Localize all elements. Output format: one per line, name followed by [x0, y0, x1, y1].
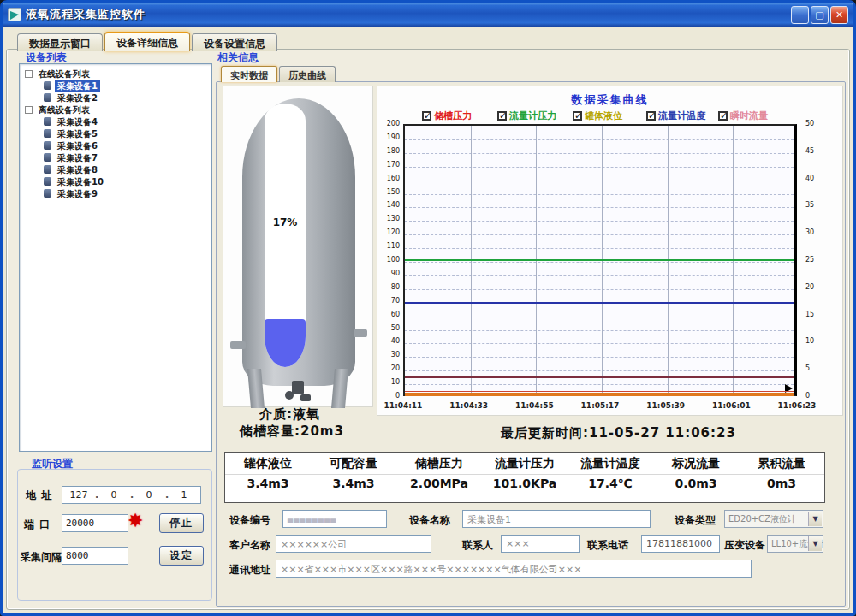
legend-item: 流量计压力 — [497, 110, 556, 122]
tree-item[interactable]: 采集设备5 — [21, 127, 210, 139]
y-axis-right-tick: 25 — [805, 256, 828, 264]
y-axis-left-tick: 170 — [377, 161, 400, 169]
tree-item-label: 采集设备8 — [55, 164, 100, 175]
tree-item-label: 采集设备5 — [55, 128, 100, 139]
device-icon — [44, 117, 51, 126]
y-axis-right-tick: 50 — [805, 120, 828, 127]
gridline-h — [405, 248, 794, 249]
main-tab-active[interactable]: 设备详细信息 — [104, 32, 190, 51]
ip-segment-4[interactable]: 1 — [168, 489, 200, 500]
tree-item[interactable]: 在线设备列表 — [21, 68, 210, 80]
phone-input[interactable]: 17811881000 — [641, 535, 720, 553]
table-header-cell: 流量计温度 — [568, 453, 653, 475]
table-value-cell: 0.0m3 — [653, 475, 739, 500]
tree-item-label: 采集设备1 — [55, 80, 100, 92]
contact-label: 联系人 — [462, 538, 493, 553]
gridline-h — [405, 343, 794, 344]
y-axis-left-tick: 120 — [377, 228, 400, 236]
device-type-select[interactable]: ED20+CZ液位计 ▼ — [724, 510, 823, 528]
y-axis-right-tick: 5 — [805, 364, 828, 372]
phone-label: 联系电话 — [587, 538, 628, 553]
chevron-down-icon[interactable]: ▼ — [808, 512, 822, 526]
tree-item[interactable]: 采集设备6 — [21, 139, 210, 151]
tree-item[interactable]: 采集设备8 — [21, 163, 210, 175]
legend-checkbox[interactable] — [422, 111, 431, 121]
ip-segment-3[interactable]: 0 — [133, 489, 165, 500]
legend-label: 罐体液位 — [585, 110, 622, 122]
legend-label: 流量计压力 — [509, 110, 556, 122]
comm-address-input[interactable]: ×××省×××市×××区×××路×××号×××××××气体有限公司××× — [276, 560, 752, 578]
pressure-device-select[interactable]: LL10+流量计 ▼ — [767, 535, 823, 553]
stop-button[interactable]: 停止 — [159, 513, 204, 533]
device-icon — [44, 141, 51, 150]
legend-checkbox[interactable] — [573, 111, 582, 121]
y-axis-left-tick: 0 — [377, 392, 400, 400]
medium-label: 介质:液氧 — [259, 406, 320, 423]
tank-valve-icon — [292, 381, 304, 394]
device-icon — [44, 189, 51, 198]
tab-history-curve[interactable]: 历史曲线 — [279, 66, 336, 82]
titlebar[interactable]: 液氧流程采集监控软件 ─ ▢ ✕ — [3, 3, 853, 27]
gridline-h — [405, 234, 794, 235]
device-name-input[interactable]: 采集设备1 — [462, 510, 651, 528]
legend-item: 瞬时流量 — [718, 110, 768, 122]
legend-checkbox[interactable] — [646, 111, 656, 121]
maximize-button[interactable]: ▢ — [811, 6, 829, 24]
main-tab-inactive[interactable]: 数据显示窗口 — [17, 33, 103, 51]
y-axis-left-tick: 60 — [377, 311, 400, 318]
pressure-device-label: 压变设备 — [724, 538, 765, 553]
tree-item-label: 采集设备10 — [55, 176, 106, 187]
tab-realtime-data[interactable]: 实时数据 — [221, 66, 277, 82]
tree-item[interactable]: 采集设备2 — [21, 92, 210, 104]
y-axis-left-tick: 10 — [377, 378, 400, 386]
tree-item[interactable]: 采集设备10 — [21, 175, 210, 187]
close-button[interactable]: ✕ — [830, 6, 848, 24]
interval-input[interactable]: 8000 — [62, 547, 128, 565]
x-axis-tick: 11:04:33 — [445, 401, 493, 410]
tree-item[interactable]: 采集设备4 — [21, 116, 210, 127]
realtime-data-table: 罐体液位可配容量储槽压力流量计压力流量计温度标况流量累积流量3.4m33.4m3… — [224, 452, 825, 503]
tree-expander-icon[interactable] — [25, 70, 33, 78]
y-axis-left-tick: 200 — [377, 120, 400, 127]
address-label: 地 址 — [26, 489, 52, 503]
tree-item[interactable]: 离线设备列表 — [21, 104, 210, 116]
y-axis-left-tick: 100 — [377, 256, 400, 264]
legend-checkbox[interactable] — [718, 111, 728, 121]
y-axis-left-tick: 70 — [377, 297, 400, 305]
main-tabstrip: 数据显示窗口设备详细信息设备设置信息 — [17, 33, 279, 51]
gridline-h — [405, 289, 794, 290]
ip-segment-2[interactable]: 0 — [98, 489, 130, 500]
device-tree: 在线设备列表采集设备1采集设备2离线设备列表采集设备4采集设备5采集设备6采集设… — [19, 63, 212, 452]
device-icon — [44, 165, 51, 174]
legend-item: 储槽压力 — [422, 110, 472, 122]
minimize-button[interactable]: ─ — [791, 6, 809, 24]
tree-expander-icon[interactable] — [25, 106, 33, 114]
client-area: 数据显示窗口设备详细信息设备设置信息 设备列表 在线设备列表采集设备1采集设备2… — [3, 27, 853, 613]
x-axis-tick: 11:04:55 — [510, 401, 558, 410]
tree-item[interactable]: 采集设备7 — [21, 151, 210, 163]
x-axis-tick: 11:06:23 — [773, 401, 821, 410]
gridline-h — [405, 384, 794, 385]
y-axis-left-tick: 160 — [377, 175, 400, 182]
legend-label: 流量计温度 — [658, 110, 705, 122]
set-button[interactable]: 设定 — [159, 546, 204, 566]
ip-segment-1[interactable]: 127 — [62, 489, 95, 500]
port-input[interactable]: 20000 — [62, 514, 128, 532]
tree-item[interactable]: 采集设备9 — [21, 187, 210, 199]
capacity-label: 储槽容量:20m3 — [240, 424, 344, 440]
device-id-input[interactable]: ▄▄▄▄▄▄▄▄ — [282, 510, 387, 528]
x-axis-tick: 11:05:39 — [642, 401, 690, 410]
ip-address-input[interactable]: 127. 0. 0. 1 — [62, 486, 201, 504]
legend-label: 储槽压力 — [434, 110, 472, 122]
tree-item[interactable]: 采集设备1 — [21, 80, 210, 92]
legend-checkbox[interactable] — [497, 111, 507, 121]
tree-item-label: 采集设备2 — [55, 92, 100, 104]
table-value-cell: 2.00MPa — [396, 475, 482, 500]
tree-item-label: 在线设备列表 — [36, 68, 92, 80]
contact-input[interactable]: ××× — [501, 535, 580, 553]
series-line-left — [405, 259, 794, 261]
chevron-down-icon[interactable]: ▼ — [808, 536, 822, 551]
table-value-cell: 3.4m3 — [225, 475, 311, 500]
customer-input[interactable]: ××××××公司 — [276, 535, 431, 553]
main-tab-inactive[interactable]: 设备设置信息 — [192, 33, 277, 51]
